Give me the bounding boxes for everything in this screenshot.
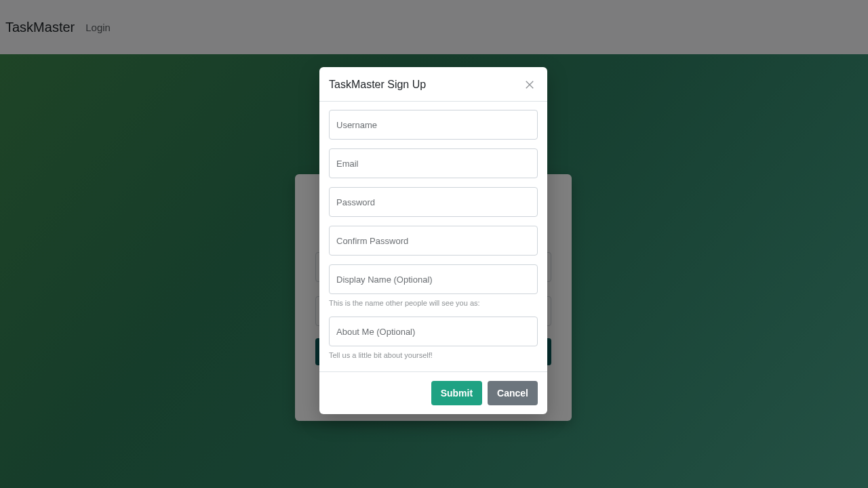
confirm-password-input[interactable] — [329, 226, 538, 256]
display-name-help-text: This is the name other people will see y… — [329, 298, 538, 308]
modal-footer: Submit Cancel — [319, 371, 547, 414]
signup-modal: TaskMaster Sign Up This is the name othe… — [319, 67, 547, 414]
email-input[interactable] — [329, 148, 538, 178]
submit-button[interactable]: Submit — [431, 381, 482, 405]
about-me-help-text: Tell us a little bit about yourself! — [329, 350, 538, 360]
about-me-input[interactable] — [329, 317, 538, 346]
cancel-button[interactable]: Cancel — [488, 381, 538, 405]
modal-body: This is the name other people will see y… — [319, 102, 547, 371]
modal-header: TaskMaster Sign Up — [319, 67, 547, 102]
modal-title: TaskMaster Sign Up — [329, 79, 426, 91]
close-icon — [525, 80, 534, 89]
password-input[interactable] — [329, 187, 538, 217]
display-name-input[interactable] — [329, 264, 538, 294]
username-input[interactable] — [329, 110, 538, 140]
modal-close-button[interactable] — [521, 77, 538, 93]
